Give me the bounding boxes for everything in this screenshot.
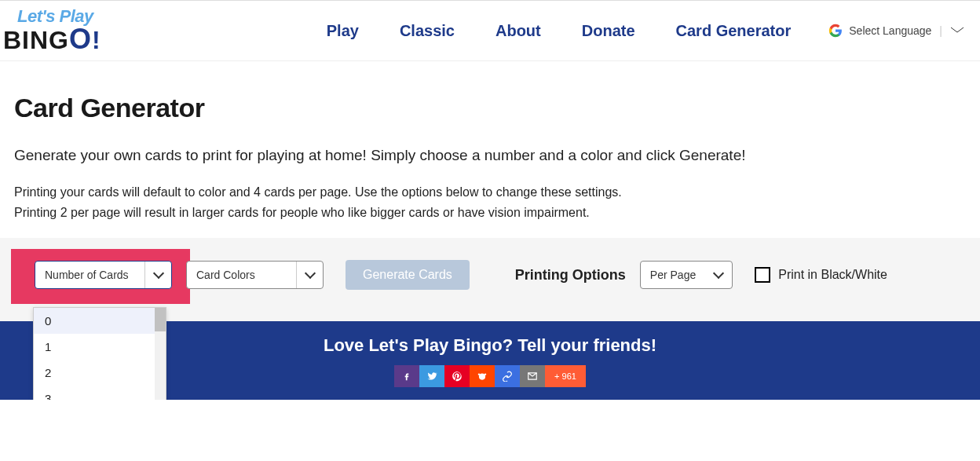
pinterest-icon <box>452 371 463 382</box>
header: Let's Play BINGO! Play Classic About Don… <box>0 0 980 61</box>
printing-options-label: Printing Options <box>515 267 626 284</box>
per-page-select[interactable]: Per Page <box>640 261 733 289</box>
language-selector[interactable]: Select Language | <box>828 24 964 38</box>
main-nav: Play Classic About Donate Card Generator <box>327 22 792 40</box>
dropdown-option-3[interactable]: 3 <box>34 386 166 400</box>
language-label: Select Language <box>849 24 931 37</box>
per-page-label: Per Page <box>641 269 705 281</box>
dropdown-option-0[interactable]: 0 <box>34 308 166 334</box>
twitter-icon <box>426 371 437 382</box>
nav-about[interactable]: About <box>495 22 541 40</box>
nav-classic[interactable]: Classic <box>400 22 455 40</box>
share-facebook[interactable] <box>394 365 419 387</box>
card-colors-label: Card Colors <box>187 269 296 281</box>
reddit-icon <box>477 371 488 382</box>
card-colors-select[interactable]: Card Colors <box>186 261 324 289</box>
share-more[interactable]: +961 <box>545 365 586 387</box>
note-line-1: Printing your cards will default to colo… <box>14 183 966 202</box>
mail-icon <box>527 371 538 382</box>
lang-separator: | <box>939 24 942 37</box>
chevron-down-icon <box>296 262 323 288</box>
dropdown-option-1[interactable]: 1 <box>34 334 166 360</box>
share-pinterest[interactable] <box>444 365 470 387</box>
print-bw-checkbox[interactable] <box>755 267 770 283</box>
link-icon <box>502 371 513 382</box>
intro-text: Generate your own cards to print for pla… <box>14 147 966 164</box>
svg-point-0 <box>479 374 485 380</box>
share-count: 961 <box>562 371 576 381</box>
generate-cards-button[interactable]: Generate Cards <box>346 260 470 290</box>
facebook-icon <box>401 371 412 382</box>
number-of-cards-label: Number of Cards <box>35 269 144 281</box>
share-email[interactable] <box>520 365 545 387</box>
print-bw-option[interactable]: Print in Black/White <box>755 267 887 283</box>
svg-point-1 <box>485 374 486 375</box>
note-line-2: Printing 2 per page will result in large… <box>14 203 966 222</box>
nav-donate[interactable]: Donate <box>582 22 635 40</box>
share-link[interactable] <box>495 365 520 387</box>
main-content: Card Generator Generate your own cards t… <box>0 61 980 321</box>
plus-icon: + <box>554 371 559 381</box>
page-title: Card Generator <box>14 93 966 123</box>
chevron-down-icon <box>705 262 732 288</box>
svg-point-2 <box>478 374 480 375</box>
number-of-cards-select[interactable]: Number of Cards <box>35 261 172 289</box>
logo-bottom-text: BINGO! <box>3 25 101 53</box>
chevron-down-icon <box>144 262 171 288</box>
dropdown-scroll-thumb[interactable] <box>155 308 166 331</box>
nav-card-generator[interactable]: Card Generator <box>676 22 792 40</box>
number-dropdown-menu: 0 1 2 3 4 <box>33 307 166 400</box>
google-icon <box>828 24 843 38</box>
share-twitter[interactable] <box>419 365 444 387</box>
share-reddit[interactable] <box>470 365 495 387</box>
dropdown-option-2[interactable]: 2 <box>34 360 166 386</box>
generator-form: Number of Cards Card Colors Generate Car… <box>0 238 980 321</box>
print-bw-label: Print in Black/White <box>778 268 887 282</box>
nav-play[interactable]: Play <box>327 22 359 40</box>
logo[interactable]: Let's Play BINGO! <box>3 8 101 53</box>
chevron-down-icon <box>950 24 964 37</box>
